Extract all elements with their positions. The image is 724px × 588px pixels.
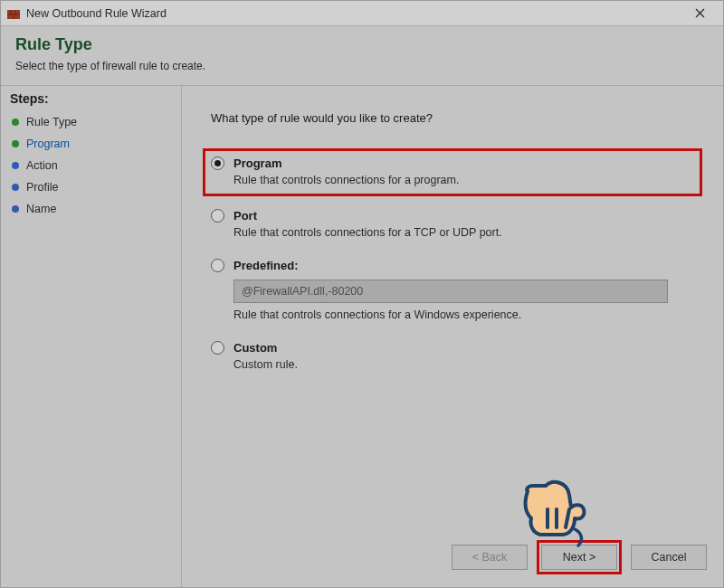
radio-program[interactable] <box>211 156 224 170</box>
cancel-button[interactable]: Cancel <box>631 545 707 570</box>
option-title: Program <box>233 156 281 170</box>
predefined-select: @FirewallAPI.dll,-80200 <box>233 280 668 303</box>
step-bullet-icon <box>12 162 19 169</box>
close-button[interactable] <box>681 1 718 26</box>
step-label: Rule Type <box>26 116 77 128</box>
main-pane: What type of rule would you like to crea… <box>182 86 723 587</box>
step-bullet-icon <box>12 205 19 213</box>
window-title: New Outbound Rule Wizard <box>26 7 681 20</box>
option-title: Port <box>233 209 257 223</box>
predefined-select-value: @FirewallAPI.dll,-80200 <box>242 285 363 298</box>
step-label: Program <box>26 138 70 150</box>
step-label: Name <box>26 203 56 215</box>
option-port[interactable]: Port Rule that controls connections for … <box>211 209 694 239</box>
page-title: Rule Type <box>15 35 709 54</box>
titlebar: New Outbound Rule Wizard <box>1 1 723 26</box>
option-predefined[interactable]: Predefined: @FirewallAPI.dll,-80200 Rule… <box>211 259 694 321</box>
option-custom[interactable]: Custom Custom rule. <box>211 341 694 371</box>
step-label: Action <box>26 159 58 172</box>
steps-heading: Steps: <box>10 91 174 106</box>
body: Steps: Rule Type Program Action Profile … <box>1 86 723 587</box>
firewall-icon <box>6 6 21 21</box>
step-name[interactable]: Name <box>10 198 174 220</box>
option-title: Custom <box>233 341 277 355</box>
option-desc: Custom rule. <box>233 358 694 371</box>
option-program[interactable]: Program Rule that controls connections f… <box>203 148 702 196</box>
question-text: What type of rule would you like to crea… <box>211 111 694 125</box>
step-bullet-icon <box>12 184 19 191</box>
step-program[interactable]: Program <box>10 133 174 155</box>
radio-port[interactable] <box>211 209 224 223</box>
step-bullet-icon <box>12 140 19 147</box>
page-subtitle: Select the type of firewall rule to crea… <box>15 60 709 72</box>
option-desc: Rule that controls connections for a pro… <box>233 174 692 186</box>
pointing-hand-icon <box>510 466 596 556</box>
option-desc: Rule that controls connections for a Win… <box>233 308 694 321</box>
step-label: Profile <box>26 181 58 194</box>
wizard-window: New Outbound Rule Wizard Rule Type Selec… <box>0 0 724 588</box>
radio-predefined[interactable] <box>211 259 224 272</box>
step-bullet-icon <box>12 119 19 126</box>
step-rule-type[interactable]: Rule Type <box>10 111 174 133</box>
option-desc: Rule that controls connections for a TCP… <box>233 226 694 239</box>
radio-custom[interactable] <box>211 341 224 355</box>
steps-sidebar: Steps: Rule Type Program Action Profile … <box>1 86 182 587</box>
step-action[interactable]: Action <box>10 155 174 176</box>
option-title: Predefined: <box>233 259 299 272</box>
step-profile[interactable]: Profile <box>10 176 174 198</box>
header: Rule Type Select the type of firewall ru… <box>1 26 723 86</box>
close-icon <box>695 8 705 18</box>
